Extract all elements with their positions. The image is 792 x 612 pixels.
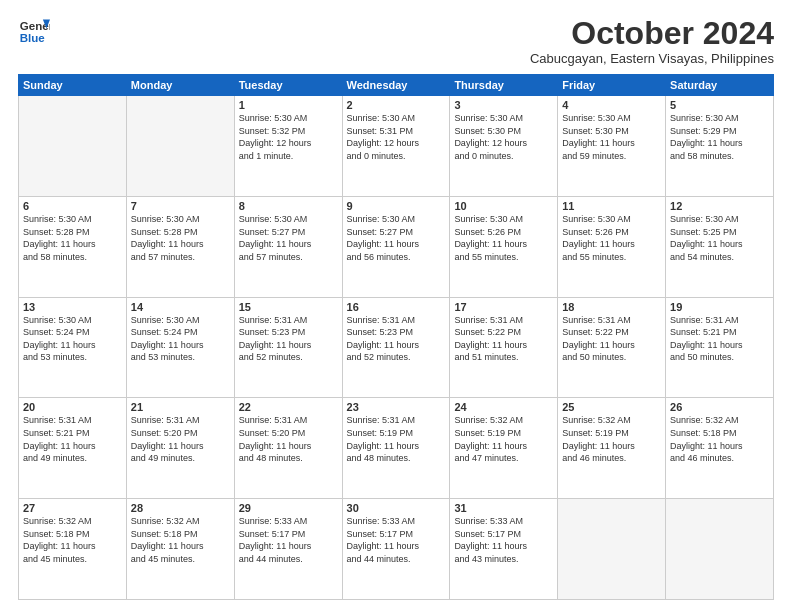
day-number: 11 — [562, 200, 661, 212]
calendar-cell: 24Sunrise: 5:32 AM Sunset: 5:19 PM Dayli… — [450, 398, 558, 499]
day-number: 8 — [239, 200, 338, 212]
calendar-cell — [19, 96, 127, 197]
calendar-cell: 20Sunrise: 5:31 AM Sunset: 5:21 PM Dayli… — [19, 398, 127, 499]
calendar-week-4: 27Sunrise: 5:32 AM Sunset: 5:18 PM Dayli… — [19, 499, 774, 600]
calendar-cell: 19Sunrise: 5:31 AM Sunset: 5:21 PM Dayli… — [666, 297, 774, 398]
day-number: 25 — [562, 401, 661, 413]
calendar-cell: 7Sunrise: 5:30 AM Sunset: 5:28 PM Daylig… — [126, 196, 234, 297]
calendar-week-1: 6Sunrise: 5:30 AM Sunset: 5:28 PM Daylig… — [19, 196, 774, 297]
col-thursday: Thursday — [450, 75, 558, 96]
day-number: 22 — [239, 401, 338, 413]
calendar-cell: 12Sunrise: 5:30 AM Sunset: 5:25 PM Dayli… — [666, 196, 774, 297]
day-info: Sunrise: 5:30 AM Sunset: 5:26 PM Dayligh… — [562, 213, 661, 263]
svg-text:Blue: Blue — [20, 32, 46, 44]
calendar-week-3: 20Sunrise: 5:31 AM Sunset: 5:21 PM Dayli… — [19, 398, 774, 499]
day-number: 23 — [347, 401, 446, 413]
col-tuesday: Tuesday — [234, 75, 342, 96]
calendar-table: Sunday Monday Tuesday Wednesday Thursday… — [18, 74, 774, 600]
day-number: 7 — [131, 200, 230, 212]
calendar-cell: 30Sunrise: 5:33 AM Sunset: 5:17 PM Dayli… — [342, 499, 450, 600]
day-number: 9 — [347, 200, 446, 212]
calendar-cell: 15Sunrise: 5:31 AM Sunset: 5:23 PM Dayli… — [234, 297, 342, 398]
day-number: 6 — [23, 200, 122, 212]
day-info: Sunrise: 5:31 AM Sunset: 5:21 PM Dayligh… — [23, 414, 122, 464]
day-info: Sunrise: 5:31 AM Sunset: 5:23 PM Dayligh… — [347, 314, 446, 364]
day-info: Sunrise: 5:31 AM Sunset: 5:21 PM Dayligh… — [670, 314, 769, 364]
day-info: Sunrise: 5:30 AM Sunset: 5:30 PM Dayligh… — [562, 112, 661, 162]
day-info: Sunrise: 5:32 AM Sunset: 5:18 PM Dayligh… — [131, 515, 230, 565]
day-info: Sunrise: 5:31 AM Sunset: 5:22 PM Dayligh… — [562, 314, 661, 364]
day-number: 24 — [454, 401, 553, 413]
calendar-cell: 25Sunrise: 5:32 AM Sunset: 5:19 PM Dayli… — [558, 398, 666, 499]
day-number: 29 — [239, 502, 338, 514]
day-info: Sunrise: 5:30 AM Sunset: 5:29 PM Dayligh… — [670, 112, 769, 162]
page: General Blue October 2024 Cabucgayan, Ea… — [0, 0, 792, 612]
day-number: 19 — [670, 301, 769, 313]
calendar-cell: 10Sunrise: 5:30 AM Sunset: 5:26 PM Dayli… — [450, 196, 558, 297]
day-info: Sunrise: 5:30 AM Sunset: 5:28 PM Dayligh… — [23, 213, 122, 263]
calendar-cell: 13Sunrise: 5:30 AM Sunset: 5:24 PM Dayli… — [19, 297, 127, 398]
calendar-week-2: 13Sunrise: 5:30 AM Sunset: 5:24 PM Dayli… — [19, 297, 774, 398]
calendar-cell: 23Sunrise: 5:31 AM Sunset: 5:19 PM Dayli… — [342, 398, 450, 499]
header: General Blue October 2024 Cabucgayan, Ea… — [18, 16, 774, 66]
day-info: Sunrise: 5:33 AM Sunset: 5:17 PM Dayligh… — [347, 515, 446, 565]
calendar-cell: 31Sunrise: 5:33 AM Sunset: 5:17 PM Dayli… — [450, 499, 558, 600]
day-number: 4 — [562, 99, 661, 111]
day-info: Sunrise: 5:30 AM Sunset: 5:25 PM Dayligh… — [670, 213, 769, 263]
day-number: 1 — [239, 99, 338, 111]
month-title: October 2024 — [530, 16, 774, 51]
title-block: October 2024 Cabucgayan, Eastern Visayas… — [530, 16, 774, 66]
day-info: Sunrise: 5:31 AM Sunset: 5:23 PM Dayligh… — [239, 314, 338, 364]
day-info: Sunrise: 5:32 AM Sunset: 5:18 PM Dayligh… — [670, 414, 769, 464]
calendar-week-0: 1Sunrise: 5:30 AM Sunset: 5:32 PM Daylig… — [19, 96, 774, 197]
calendar-cell: 21Sunrise: 5:31 AM Sunset: 5:20 PM Dayli… — [126, 398, 234, 499]
day-info: Sunrise: 5:33 AM Sunset: 5:17 PM Dayligh… — [454, 515, 553, 565]
calendar-cell: 18Sunrise: 5:31 AM Sunset: 5:22 PM Dayli… — [558, 297, 666, 398]
day-number: 31 — [454, 502, 553, 514]
day-info: Sunrise: 5:32 AM Sunset: 5:19 PM Dayligh… — [454, 414, 553, 464]
calendar-cell: 8Sunrise: 5:30 AM Sunset: 5:27 PM Daylig… — [234, 196, 342, 297]
calendar-cell: 28Sunrise: 5:32 AM Sunset: 5:18 PM Dayli… — [126, 499, 234, 600]
calendar-cell: 17Sunrise: 5:31 AM Sunset: 5:22 PM Dayli… — [450, 297, 558, 398]
day-info: Sunrise: 5:31 AM Sunset: 5:19 PM Dayligh… — [347, 414, 446, 464]
day-info: Sunrise: 5:32 AM Sunset: 5:18 PM Dayligh… — [23, 515, 122, 565]
calendar-cell: 9Sunrise: 5:30 AM Sunset: 5:27 PM Daylig… — [342, 196, 450, 297]
day-number: 3 — [454, 99, 553, 111]
day-info: Sunrise: 5:30 AM Sunset: 5:30 PM Dayligh… — [454, 112, 553, 162]
day-number: 18 — [562, 301, 661, 313]
day-info: Sunrise: 5:30 AM Sunset: 5:28 PM Dayligh… — [131, 213, 230, 263]
day-info: Sunrise: 5:31 AM Sunset: 5:20 PM Dayligh… — [131, 414, 230, 464]
calendar-cell: 11Sunrise: 5:30 AM Sunset: 5:26 PM Dayli… — [558, 196, 666, 297]
calendar-cell: 1Sunrise: 5:30 AM Sunset: 5:32 PM Daylig… — [234, 96, 342, 197]
day-info: Sunrise: 5:30 AM Sunset: 5:24 PM Dayligh… — [131, 314, 230, 364]
day-info: Sunrise: 5:30 AM Sunset: 5:32 PM Dayligh… — [239, 112, 338, 162]
logo-icon: General Blue — [18, 16, 50, 48]
day-number: 12 — [670, 200, 769, 212]
calendar-cell: 29Sunrise: 5:33 AM Sunset: 5:17 PM Dayli… — [234, 499, 342, 600]
calendar-cell: 22Sunrise: 5:31 AM Sunset: 5:20 PM Dayli… — [234, 398, 342, 499]
calendar-cell — [558, 499, 666, 600]
calendar-cell: 5Sunrise: 5:30 AM Sunset: 5:29 PM Daylig… — [666, 96, 774, 197]
day-info: Sunrise: 5:30 AM Sunset: 5:27 PM Dayligh… — [239, 213, 338, 263]
day-number: 26 — [670, 401, 769, 413]
calendar-cell: 14Sunrise: 5:30 AM Sunset: 5:24 PM Dayli… — [126, 297, 234, 398]
col-wednesday: Wednesday — [342, 75, 450, 96]
day-number: 28 — [131, 502, 230, 514]
day-info: Sunrise: 5:31 AM Sunset: 5:22 PM Dayligh… — [454, 314, 553, 364]
col-sunday: Sunday — [19, 75, 127, 96]
calendar-cell: 26Sunrise: 5:32 AM Sunset: 5:18 PM Dayli… — [666, 398, 774, 499]
day-info: Sunrise: 5:32 AM Sunset: 5:19 PM Dayligh… — [562, 414, 661, 464]
day-info: Sunrise: 5:30 AM Sunset: 5:27 PM Dayligh… — [347, 213, 446, 263]
day-info: Sunrise: 5:33 AM Sunset: 5:17 PM Dayligh… — [239, 515, 338, 565]
day-number: 15 — [239, 301, 338, 313]
calendar-cell: 6Sunrise: 5:30 AM Sunset: 5:28 PM Daylig… — [19, 196, 127, 297]
calendar-cell: 27Sunrise: 5:32 AM Sunset: 5:18 PM Dayli… — [19, 499, 127, 600]
day-number: 2 — [347, 99, 446, 111]
day-info: Sunrise: 5:30 AM Sunset: 5:24 PM Dayligh… — [23, 314, 122, 364]
day-number: 20 — [23, 401, 122, 413]
col-friday: Friday — [558, 75, 666, 96]
day-info: Sunrise: 5:31 AM Sunset: 5:20 PM Dayligh… — [239, 414, 338, 464]
day-number: 16 — [347, 301, 446, 313]
subtitle: Cabucgayan, Eastern Visayas, Philippines — [530, 51, 774, 66]
day-number: 17 — [454, 301, 553, 313]
